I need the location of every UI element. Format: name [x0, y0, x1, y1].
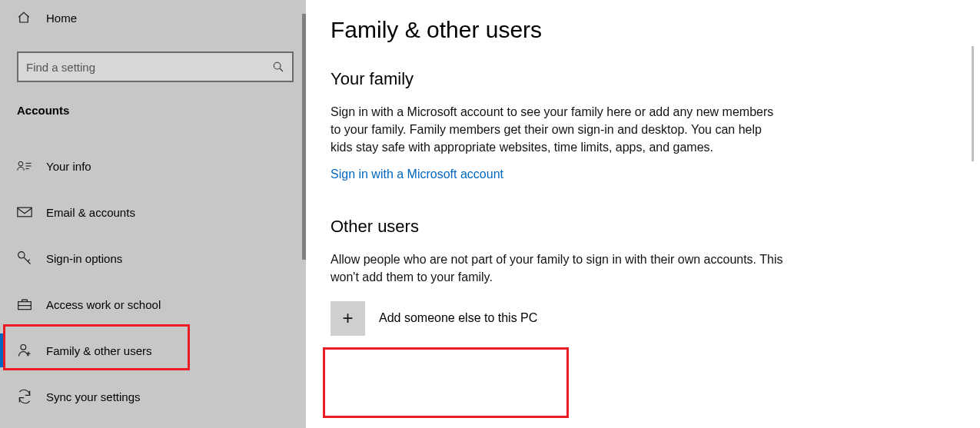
your-family-heading: Your family: [331, 69, 980, 89]
sidebar-item-your-info[interactable]: Your info: [17, 143, 289, 189]
svg-point-12: [21, 345, 26, 350]
sync-icon: [17, 389, 46, 404]
your-info-icon: [17, 160, 46, 172]
sidebar-item-label: Access work or school: [46, 298, 161, 311]
svg-line-8: [24, 257, 30, 264]
search-input[interactable]: [26, 53, 272, 81]
briefcase-icon: [17, 297, 46, 311]
your-family-body: Sign in with a Microsoft account to see …: [331, 103, 784, 157]
email-icon: [17, 207, 46, 217]
plus-icon: +: [331, 301, 365, 336]
main-scrollbar[interactable]: [972, 46, 974, 161]
sidebar-item-label: Sync your settings: [46, 390, 141, 403]
search-input-container[interactable]: [17, 51, 294, 82]
sidebar-section-title: Accounts: [17, 104, 289, 117]
search-icon: [272, 61, 284, 73]
sidebar-item-family-other-users[interactable]: Family & other users: [17, 327, 289, 373]
sidebar-nav-list: Your info Email & accounts: [17, 143, 289, 420]
svg-point-0: [274, 62, 281, 69]
home-nav[interactable]: Home: [17, 2, 289, 33]
add-someone-label: Add someone else to this PC: [379, 311, 537, 325]
family-icon: [17, 343, 46, 358]
key-icon: [17, 250, 46, 266]
sidebar-item-email-accounts[interactable]: Email & accounts: [17, 189, 289, 235]
sidebar-item-label: Email & accounts: [46, 206, 135, 219]
other-users-body: Allow people who are not part of your fa…: [331, 250, 784, 286]
sidebar-item-signin-options[interactable]: Sign-in options: [17, 235, 289, 281]
svg-rect-6: [18, 207, 32, 217]
page-title: Family & other users: [331, 17, 980, 43]
svg-point-2: [18, 161, 23, 166]
home-label: Home: [46, 12, 77, 25]
sidebar-item-sync-settings[interactable]: Sync your settings: [17, 373, 289, 420]
home-icon: [17, 11, 46, 25]
main-content: Family & other users Your family Sign in…: [306, 0, 980, 428]
sidebar-item-label: Your info: [46, 160, 91, 173]
sidebar-item-label: Sign-in options: [46, 252, 122, 265]
svg-line-1: [280, 68, 283, 71]
signin-microsoft-link[interactable]: Sign in with a Microsoft account: [331, 168, 503, 181]
settings-sidebar: Home Accounts: [0, 0, 306, 428]
other-users-heading: Other users: [331, 217, 980, 237]
annotation-highlight-add-user: [323, 347, 569, 418]
svg-line-9: [28, 260, 29, 262]
svg-point-7: [18, 252, 25, 258]
sidebar-item-label: Family & other users: [46, 344, 152, 357]
sidebar-item-work-school[interactable]: Access work or school: [17, 281, 289, 327]
add-someone-button[interactable]: + Add someone else to this PC: [331, 301, 565, 336]
